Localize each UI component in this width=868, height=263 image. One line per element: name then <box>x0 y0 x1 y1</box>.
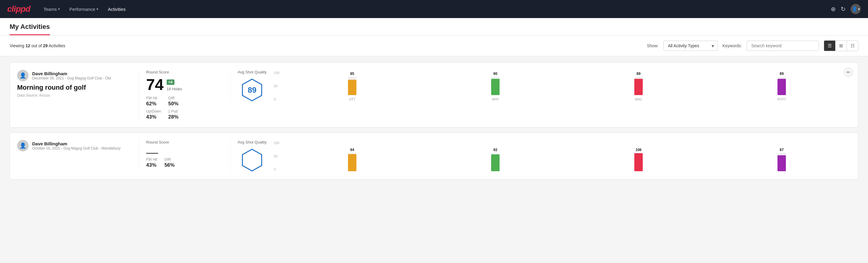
card2-fw-hit: FW Hit 43% <box>146 157 157 168</box>
card2-chart-inner: 100 50 0 949210687 <box>274 141 851 171</box>
performance-chevron-icon: ▾ <box>97 7 98 11</box>
bar-value: 85 <box>350 71 354 76</box>
bar-value: 89 <box>637 71 640 76</box>
bar-fill <box>491 79 500 95</box>
list-icon: ☷ <box>850 43 855 49</box>
card1-bar-chart: 100 50 0 85OTT90APP89ARG89PUTT <box>274 71 851 101</box>
card1-updown-label: Up/Down <box>146 109 161 113</box>
card2-hexagon-container <box>238 148 267 172</box>
card1-quality-left: Avg Shot Quality 89 <box>238 70 267 102</box>
card1-quality-section: Avg Shot Quality 89 100 50 0 <box>230 70 851 102</box>
card1-left: 👤 Dave Billingham December 05, 2021 - Go… <box>17 70 131 97</box>
card2-score-row <box>146 147 223 154</box>
bar-label: APP <box>492 97 499 101</box>
card2-bar-chart: 100 50 0 949210687 <box>274 141 851 171</box>
card1-avatar-icon: 👤 <box>20 72 26 79</box>
nav-activities[interactable]: Activities <box>104 4 129 14</box>
card2-score-placeholder <box>146 153 158 154</box>
card1-oneputt-value: 28% <box>168 114 178 120</box>
bar-fill <box>777 79 786 95</box>
card1-activity-title: Morning round of golf <box>17 84 131 91</box>
card2-gir-label: GIR <box>164 157 175 162</box>
card1-stat-grid: FW Hit 62% Up/Down 43% GIR 50% 1 Putt 28… <box>146 96 223 120</box>
keyword-search-input[interactable] <box>747 40 819 51</box>
card1-hexagon-container: 89 <box>238 78 267 102</box>
card2-avatar: 👤 <box>17 140 29 151</box>
card1-user-row: 👤 Dave Billingham December 05, 2021 - Go… <box>17 70 131 81</box>
card1-hex-value: 89 <box>248 85 256 95</box>
card2-user-row: 👤 Dave Billingham October 16, 2021 - Gog… <box>17 140 131 151</box>
page-header: My Activities <box>0 18 868 35</box>
chart-column: 85OTT <box>283 71 422 101</box>
bar-fill <box>348 80 356 95</box>
list-dense-icon: ☰ <box>828 43 832 49</box>
card2-gir: GIR 56% <box>164 157 175 168</box>
card1-score-num: 74 <box>146 77 164 92</box>
chart-column: 87 <box>713 148 851 171</box>
nav-performance[interactable]: Performance ▾ <box>66 4 102 14</box>
activity-type-dropdown[interactable]: All Activity Types <box>663 40 718 51</box>
card2-quality-section: Avg Shot Quality 100 50 0 <box>230 140 851 172</box>
card1-chart-inner: 100 50 0 85OTT90APP89ARG89PUTT <box>274 71 851 101</box>
card1-quality-title: Avg Shot Quality <box>238 70 267 74</box>
grid-view-button[interactable]: ⊞ <box>835 40 847 51</box>
bar-fill <box>348 154 356 171</box>
card1-score-details: +4 18 Holes <box>166 80 182 92</box>
card2-quality-title: Avg Shot Quality <box>238 140 267 144</box>
nav-teams[interactable]: Teams ▾ <box>40 4 63 14</box>
navbar: clippd Teams ▾ Performance ▾ Activities … <box>0 0 868 18</box>
page-title: My Activities <box>10 23 50 35</box>
card2-fw-hit-label: FW Hit <box>146 157 157 162</box>
card1-gir-label: GIR <box>168 96 178 100</box>
chart-column: 90APP <box>426 71 564 101</box>
card2-columns: 949210687 <box>283 141 851 171</box>
card1-score-row: 74 +4 18 Holes <box>146 77 223 92</box>
bar-wrapper <box>634 77 643 95</box>
bar-label: ARG <box>635 97 642 101</box>
bar-value: 106 <box>636 148 642 152</box>
bar-wrapper <box>777 77 786 95</box>
edit-button-1[interactable]: ✏ <box>844 67 853 77</box>
card1-oneputt-label: 1 Putt <box>168 109 178 113</box>
activity-card-1: ✏ 👤 Dave Billingham December 05, 2021 - … <box>10 62 858 127</box>
bar-value: 92 <box>493 148 497 152</box>
card1-gir: GIR 50% 1 Putt 28% <box>168 96 178 120</box>
list-dense-view-button[interactable]: ☰ <box>824 40 835 51</box>
bar-fill <box>777 155 786 171</box>
card2-round-score-label: Round Score <box>146 140 223 144</box>
card1-user-date: December 05, 2021 - Gog Magog Golf Club … <box>32 76 111 80</box>
svg-marker-1 <box>242 149 262 171</box>
user-avatar-menu[interactable]: 👤 ▾ <box>850 4 861 14</box>
card1-hexagon: 89 <box>240 78 264 102</box>
bar-wrapper <box>491 77 500 95</box>
card1-user-info: Dave Billingham December 05, 2021 - Gog … <box>32 71 111 80</box>
card1-holes: 18 Holes <box>166 87 182 91</box>
nav-right: ⊕ ↻ 👤 ▾ <box>831 4 861 14</box>
card2-gir-value: 56% <box>164 162 175 168</box>
card2-left: 👤 Dave Billingham October 16, 2021 - Gog… <box>17 140 131 154</box>
bar-value: 94 <box>350 148 354 152</box>
nav-links: Teams ▾ Performance ▾ Activities <box>40 4 821 14</box>
show-label: Show: <box>647 43 659 48</box>
card2-fw-hit-value: 43% <box>146 162 157 168</box>
list-view-button[interactable]: ☷ <box>847 40 858 51</box>
card2-user-date: October 16, 2021 - Gog Magog Golf Club -… <box>32 146 121 150</box>
teams-chevron-icon: ▾ <box>58 7 60 11</box>
card2-round-score-section: Round Score FW Hit 43% GIR 56% <box>138 140 223 168</box>
bar-wrapper <box>777 153 786 171</box>
card1-y-labels: 100 50 0 <box>274 71 281 101</box>
refresh-icon[interactable]: ↻ <box>841 5 846 12</box>
bar-value: 90 <box>493 71 497 76</box>
view-toggle-group: ☰ ⊞ ☷ <box>824 40 858 51</box>
activities-content: ✏ 👤 Dave Billingham December 05, 2021 - … <box>0 56 868 186</box>
card1-user-name: Dave Billingham <box>32 71 111 76</box>
add-circle-icon[interactable]: ⊕ <box>831 5 836 12</box>
bar-wrapper <box>634 153 643 171</box>
bar-wrapper <box>348 77 356 95</box>
grid-icon: ⊞ <box>839 43 843 49</box>
card2-quality-left: Avg Shot Quality <box>238 140 267 172</box>
filter-bar: Viewing 12 out of 29 Activities Show: Al… <box>0 35 868 56</box>
card1-round-score-section: Round Score 74 +4 18 Holes FW Hit 62% Up… <box>138 70 223 120</box>
bar-label: PUTT <box>777 97 786 101</box>
card1-round-score-label: Round Score <box>146 70 223 74</box>
